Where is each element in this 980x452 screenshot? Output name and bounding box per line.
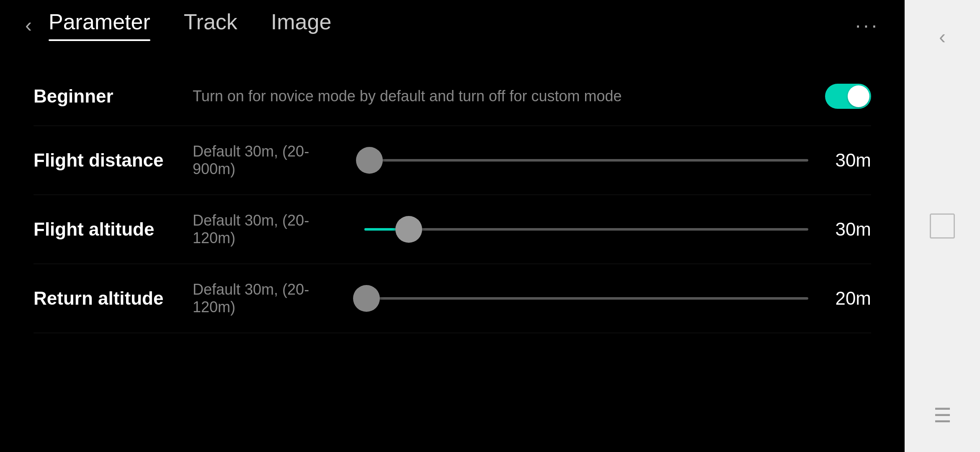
flight-altitude-label: Flight altitude — [34, 219, 184, 240]
side-panel: ‹ ☰ — [905, 0, 980, 452]
flight-distance-track — [364, 159, 808, 162]
flight-altitude-track — [364, 228, 808, 231]
back-button[interactable]: ‹ — [25, 15, 32, 35]
flight-distance-row: Flight distance Default 30m, (20-900m) 3… — [34, 126, 871, 195]
flight-altitude-row: Flight altitude Default 30m, (20-120m) 3… — [34, 195, 871, 264]
flight-altitude-value: 30m — [821, 219, 871, 240]
flight-altitude-thumb[interactable] — [395, 216, 422, 243]
beginner-row: Beginner Turn on for novice mode by defa… — [34, 67, 871, 126]
content-area: Beginner Turn on for novice mode by defa… — [0, 50, 905, 452]
beginner-label: Beginner — [34, 86, 184, 107]
main-panel: ‹ Parameter Track Image ··· Beginner Tur… — [0, 0, 905, 452]
flight-altitude-slider[interactable] — [364, 228, 808, 231]
return-altitude-label: Return altitude — [34, 288, 184, 309]
side-menu-icon[interactable]: ☰ — [934, 403, 952, 427]
flight-distance-description: Default 30m, (20-900m) — [193, 143, 352, 178]
flight-altitude-description: Default 30m, (20-120m) — [193, 212, 352, 247]
flight-distance-label: Flight distance — [34, 150, 184, 171]
toggle-knob — [848, 85, 869, 107]
tab-parameter[interactable]: Parameter — [49, 9, 150, 41]
return-altitude-row: Return altitude Default 30m, (20-120m) 2… — [34, 264, 871, 333]
beginner-toggle[interactable] — [825, 84, 871, 109]
side-back-icon[interactable]: ‹ — [939, 25, 946, 48]
side-square-icon[interactable] — [930, 213, 955, 239]
more-button[interactable]: ··· — [855, 14, 879, 37]
tab-image[interactable]: Image — [271, 9, 332, 41]
flight-distance-value: 30m — [821, 150, 871, 171]
nav-bar: ‹ Parameter Track Image ··· — [0, 0, 905, 50]
flight-distance-thumb[interactable] — [356, 147, 383, 174]
return-altitude-slider[interactable] — [364, 297, 808, 300]
return-altitude-value: 20m — [821, 288, 871, 309]
return-altitude-thumb[interactable] — [353, 285, 380, 312]
nav-tabs: Parameter Track Image — [49, 9, 855, 41]
return-altitude-description: Default 30m, (20-120m) — [193, 281, 352, 316]
return-altitude-track — [364, 297, 808, 300]
beginner-description: Turn on for novice mode by default and t… — [193, 87, 817, 105]
tab-track[interactable]: Track — [184, 9, 237, 41]
flight-distance-slider[interactable] — [364, 159, 808, 162]
